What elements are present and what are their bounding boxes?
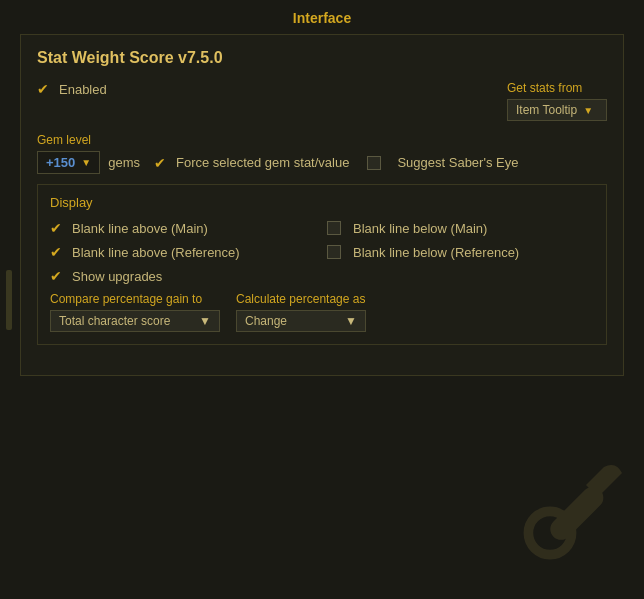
gem-level-dropdown[interactable]: +150 ▼ [37,151,100,174]
gem-level-arrow-icon: ▼ [81,157,91,168]
compare-row: Compare percentage gain to Total charact… [50,292,594,332]
display-title: Display [50,195,594,210]
enabled-check-icon[interactable]: ✔ [37,81,53,97]
blank-above-ref-row: ✔ Blank line above (Reference) [50,244,317,260]
compare-section: Compare percentage gain to Total charact… [50,292,594,332]
blank-above-ref-label: Blank line above (Reference) [72,245,240,260]
blank-below-main-icon[interactable] [327,221,341,235]
gem-level-value: +150 [46,155,75,170]
suggest-eye-wrap: Suggest Saber's Eye [367,155,518,170]
gem-level-row: +150 ▼ gems ✔ Force selected gem stat/va… [37,151,607,174]
blank-above-main-icon[interactable]: ✔ [50,220,66,236]
panel-title: Stat Weight Score v7.5.0 [37,49,607,67]
show-upgrades-label: Show upgrades [72,269,162,284]
display-box: Display ✔ Blank line above (Main) Blank … [37,184,607,345]
gem-level-label: Gem level [37,133,607,147]
compare-col: Compare percentage gain to Total charact… [50,292,220,332]
calculate-label: Calculate percentage as [236,292,366,306]
calculate-arrow-icon: ▼ [345,314,357,328]
suggest-eye-label: Suggest Saber's Eye [397,155,518,170]
force-gem-check-icon[interactable]: ✔ [154,155,170,171]
page-title: Interface [0,0,644,34]
blank-above-main-label: Blank line above (Main) [72,221,208,236]
gem-level-section: Gem level +150 ▼ gems ✔ Force selected g… [37,133,607,174]
checkbox-grid: ✔ Blank line above (Main) Blank line bel… [50,220,594,260]
blank-below-main-row: Blank line below (Main) [327,220,594,236]
show-upgrades-row: ✔ Show upgrades [50,268,594,284]
calculate-value: Change [245,314,287,328]
blank-above-ref-icon[interactable]: ✔ [50,244,66,260]
blank-below-ref-label: Blank line below (Reference) [353,245,519,260]
calculate-col: Calculate percentage as Change ▼ [236,292,366,332]
get-stats-dropdown[interactable]: Item Tooltip ▼ [507,99,607,121]
get-stats-section: Get stats from Item Tooltip ▼ [507,81,607,121]
suggest-eye-check-icon[interactable] [367,156,381,170]
main-panel: Stat Weight Score v7.5.0 ✔ Enabled Get s… [20,34,624,376]
force-gem-wrap: ✔ Force selected gem stat/value [154,155,349,171]
get-stats-label: Get stats from [507,81,607,95]
compare-label: Compare percentage gain to [50,292,220,306]
force-gem-label: Force selected gem stat/value [176,155,349,170]
blank-below-ref-icon[interactable] [327,245,341,259]
blank-below-ref-row: Blank line below (Reference) [327,244,594,260]
show-upgrades-icon[interactable]: ✔ [50,268,66,284]
compare-dropdown[interactable]: Total character score ▼ [50,310,220,332]
blank-below-main-label: Blank line below (Main) [353,221,487,236]
background-decoration [514,449,634,569]
enabled-row: ✔ Enabled [37,81,107,97]
get-stats-value: Item Tooltip [516,103,577,117]
compare-value: Total character score [59,314,170,328]
compare-arrow-icon: ▼ [199,314,211,328]
gems-text: gems [108,155,140,170]
calculate-dropdown[interactable]: Change ▼ [236,310,366,332]
enabled-label: Enabled [59,82,107,97]
blank-above-main-row: ✔ Blank line above (Main) [50,220,317,236]
left-decorative-bar [6,270,12,330]
get-stats-arrow-icon: ▼ [583,105,593,116]
